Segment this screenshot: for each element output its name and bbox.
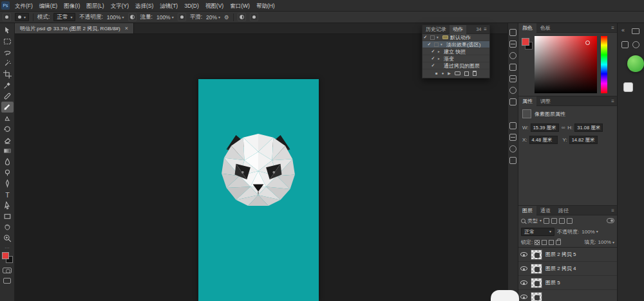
type-tool[interactable]: T xyxy=(1,189,14,200)
blend-mode-select[interactable]: 正常▾ xyxy=(53,13,75,21)
adjustments-icon[interactable] xyxy=(509,64,516,71)
trash-icon[interactable] xyxy=(473,71,477,76)
tab-history[interactable]: 历史记录 xyxy=(422,25,450,34)
brush-settings-icon[interactable] xyxy=(509,41,516,48)
menu-type[interactable]: 文字(Y) xyxy=(108,0,132,12)
new-action-icon[interactable] xyxy=(464,71,469,76)
layer-thumbnail[interactable] xyxy=(531,250,542,260)
shape-tool[interactable] xyxy=(1,211,14,222)
action-row[interactable]: ✓ 通过拷贝的图层 xyxy=(422,62,489,69)
filter-shape-icon[interactable] xyxy=(567,218,573,224)
chevron-down-icon[interactable]: ▾ xyxy=(440,42,444,46)
dialog-toggle-box[interactable] xyxy=(434,42,439,47)
filter-toggle[interactable] xyxy=(607,218,614,223)
filter-adjustment-icon[interactable] xyxy=(551,218,557,224)
check-icon[interactable]: ✓ xyxy=(422,35,428,40)
tab-adjustments[interactable]: 调整 xyxy=(536,96,554,106)
action-row[interactable]: ✓ ▾ 淡出效果(选区) xyxy=(422,41,489,48)
foreground-color-swatch[interactable] xyxy=(2,252,9,259)
menu-help[interactable]: 帮助(H) xyxy=(253,0,278,12)
filter-type-icon[interactable] xyxy=(559,218,565,224)
lasso-tool[interactable] xyxy=(1,47,14,58)
history-brush-tool[interactable] xyxy=(1,123,14,134)
symmetry-icon[interactable] xyxy=(238,13,246,21)
path-selection-tool[interactable] xyxy=(1,200,14,211)
info-icon[interactable] xyxy=(509,87,516,94)
play-icon[interactable]: ▶ xyxy=(448,71,451,75)
airbrush-icon[interactable] xyxy=(178,13,186,21)
action-row[interactable]: ✓ ▸ 渐变 xyxy=(422,55,489,62)
opacity-field[interactable]: 100%▾ xyxy=(107,14,124,21)
menu-edit[interactable]: 编辑(E) xyxy=(36,0,61,12)
chevron-down-icon[interactable]: ▾ xyxy=(540,219,542,223)
clone-source-icon[interactable] xyxy=(509,52,516,59)
brush-tool[interactable] xyxy=(1,102,14,113)
pen-pressure-opacity-icon[interactable] xyxy=(128,13,137,21)
layer-thumbnail[interactable] xyxy=(531,278,542,288)
height-field[interactable]: 31.08 厘米 xyxy=(574,123,603,132)
tab-actions[interactable]: 动作 xyxy=(450,25,466,34)
close-icon[interactable]: × xyxy=(125,25,128,32)
floating-widget[interactable] xyxy=(491,290,519,301)
lock-position-icon[interactable] xyxy=(549,240,554,245)
panel-menu-icon[interactable]: ≡ xyxy=(481,26,489,32)
paragraph-panel-icon[interactable] xyxy=(509,134,516,141)
panel-menu-icon[interactable]: ≡ xyxy=(609,25,617,31)
eraser-tool[interactable] xyxy=(1,134,14,145)
visibility-eye-icon[interactable] xyxy=(520,252,527,257)
check-icon[interactable]: ✓ xyxy=(430,56,436,61)
chevron-down-icon[interactable]: ▾ xyxy=(437,35,440,39)
artboard[interactable] xyxy=(198,79,319,301)
smoothing-field[interactable]: 20%▾ xyxy=(206,14,220,21)
chevron-right-icon[interactable]: ▸ xyxy=(438,50,442,53)
layer-row[interactable]: 图层 5 xyxy=(518,276,617,290)
y-field[interactable]: 14.82 厘米 xyxy=(569,136,598,144)
workspace-icon[interactable] xyxy=(632,28,639,34)
gear-icon[interactable]: ⚙ xyxy=(224,14,229,21)
layer-thumbnail[interactable] xyxy=(531,292,542,301)
menu-3d[interactable]: 3D(D) xyxy=(181,0,202,12)
action-row[interactable]: ✓ ▸ 建立 快照 xyxy=(422,48,489,55)
glyphs-panel-icon[interactable] xyxy=(509,145,516,152)
menu-select[interactable]: 选择(S) xyxy=(132,0,156,12)
timeline-panel-icon[interactable] xyxy=(509,157,516,164)
panel-dock-icon[interactable] xyxy=(621,41,629,48)
blur-tool[interactable] xyxy=(1,156,14,167)
character-panel-icon[interactable] xyxy=(509,122,516,129)
clone-stamp-tool[interactable] xyxy=(1,113,14,123)
tab-properties[interactable]: 属性 xyxy=(518,96,536,106)
link-dimensions-icon[interactable]: ∞ xyxy=(561,125,566,131)
screen-mode-icon[interactable] xyxy=(3,278,11,284)
dialog-toggle-box[interactable] xyxy=(430,35,435,40)
tab-channels[interactable]: 通道 xyxy=(536,206,554,215)
lock-all-icon[interactable] xyxy=(556,240,561,245)
learn-badge[interactable] xyxy=(627,55,644,72)
action-row[interactable]: ✓ ▾ 默认动作 xyxy=(422,34,489,41)
hue-slider[interactable] xyxy=(601,36,607,93)
marquee-tool[interactable] xyxy=(1,36,14,47)
check-icon[interactable]: ✓ xyxy=(426,42,432,47)
menu-view[interactable]: 视图(V) xyxy=(202,0,227,12)
new-set-icon[interactable] xyxy=(455,71,460,75)
visibility-eye-icon[interactable] xyxy=(520,295,527,299)
filter-pixel-icon[interactable] xyxy=(544,218,549,224)
brush-settings-toggle-icon[interactable] xyxy=(250,13,258,21)
pen-tool[interactable] xyxy=(1,178,14,189)
brush-preset-picker[interactable]: ▾ xyxy=(15,13,29,21)
stop-icon[interactable]: ■ xyxy=(435,71,438,75)
eyedropper-tool[interactable] xyxy=(1,80,14,91)
tab-color[interactable]: 颜色 xyxy=(518,23,536,33)
menu-filter[interactable]: 滤镜(T) xyxy=(156,0,181,12)
collapse-panels-icon[interactable]: « xyxy=(621,27,625,33)
crop-tool[interactable] xyxy=(1,69,14,80)
history-panel-icon[interactable] xyxy=(509,29,516,36)
menu-window[interactable]: 窗口(W) xyxy=(227,0,253,12)
libraries-icon[interactable] xyxy=(509,75,516,82)
panel-menu-icon[interactable]: ≡ xyxy=(609,98,617,104)
layer-row[interactable]: 图层 2 拷贝 5 xyxy=(518,248,617,262)
layer-opacity-field[interactable]: 100% ▾ xyxy=(582,229,598,235)
menu-image[interactable]: 图像(I) xyxy=(61,0,83,12)
lock-transparency-icon[interactable] xyxy=(535,240,540,245)
x-field[interactable]: 4.48 厘米 xyxy=(529,136,558,144)
check-icon[interactable]: ✓ xyxy=(430,63,436,68)
